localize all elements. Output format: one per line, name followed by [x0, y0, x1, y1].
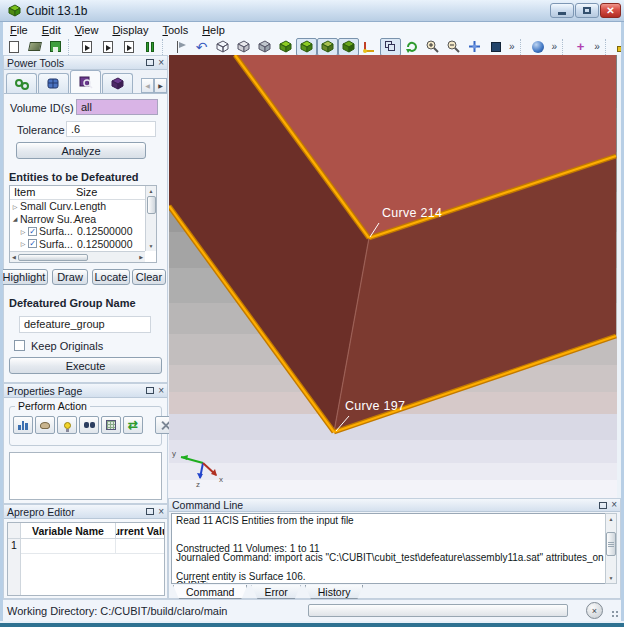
- keep-originals-checkbox[interactable]: [14, 340, 25, 351]
- collapsed-expander-icon[interactable]: ▷: [18, 240, 28, 247]
- view-transparent-icon[interactable]: [254, 38, 275, 56]
- menu-edit[interactable]: Edit: [35, 24, 68, 36]
- locate-button[interactable]: Locate: [92, 269, 130, 285]
- step-journal-icon[interactable]: [118, 38, 139, 56]
- maximize-button[interactable]: [575, 3, 599, 18]
- flag-icon[interactable]: [170, 38, 191, 56]
- scroll-thumb[interactable]: [18, 254, 88, 261]
- table-row[interactable]: ▷ ✓ Surfa... 0.12500000: [10, 238, 156, 251]
- scroll-down-icon[interactable]: ▼: [609, 573, 614, 583]
- column-current-value[interactable]: Current Value: [116, 523, 164, 538]
- resize-grip[interactable]: [611, 610, 619, 618]
- collapsed-expander-icon[interactable]: ▷: [18, 228, 28, 235]
- interrupt-button[interactable]: ×: [586, 602, 603, 619]
- row-number[interactable]: 1: [8, 539, 21, 595]
- scroll-down-icon[interactable]: ▼: [149, 241, 154, 251]
- menu-tools[interactable]: Tools: [155, 24, 195, 36]
- float-panel-icon[interactable]: [146, 508, 154, 515]
- scroll-left-icon[interactable]: ◀: [10, 252, 16, 262]
- draw-button[interactable]: Draw: [52, 269, 88, 285]
- tab-itm-tool[interactable]: [102, 73, 133, 93]
- menu-file[interactable]: File: [3, 24, 35, 36]
- mesh-grid-icon[interactable]: [101, 416, 121, 434]
- refresh-graphics-icon[interactable]: [401, 38, 422, 56]
- scroll-right-icon[interactable]: ▶: [139, 252, 145, 262]
- geometry-overflow-icon[interactable]: »: [549, 41, 561, 52]
- float-panel-icon[interactable]: [146, 59, 154, 66]
- table-row[interactable]: ▷ Small Curv... Length: [10, 200, 156, 213]
- scroll-up-icon[interactable]: ▲: [149, 186, 154, 196]
- menu-display[interactable]: Display: [105, 24, 155, 36]
- tab-history[interactable]: History: [305, 585, 364, 599]
- title-bar[interactable]: Cubit 13.1b ✕: [0, 0, 624, 22]
- view-composite-icon[interactable]: [338, 38, 359, 56]
- highlight-button[interactable]: Highlight: [0, 269, 48, 285]
- hand-icon[interactable]: [35, 416, 55, 434]
- copy-view-icon[interactable]: [380, 38, 401, 56]
- axis-toggle-icon[interactable]: [359, 38, 380, 56]
- tab-mesh-tool[interactable]: [38, 73, 69, 93]
- close-panel-icon[interactable]: ×: [158, 386, 164, 396]
- menu-view[interactable]: View: [68, 24, 106, 36]
- binoculars-icon[interactable]: [79, 416, 99, 434]
- execute-button[interactable]: Execute: [9, 357, 162, 374]
- toolbar-overflow-icon[interactable]: »: [506, 41, 518, 52]
- save-icon[interactable]: [45, 38, 66, 56]
- aprepro-table[interactable]: Variable Name Current Value 1: [7, 522, 165, 596]
- open-file-icon[interactable]: [24, 38, 45, 56]
- column-size[interactable]: Size: [72, 186, 97, 199]
- expanded-expander-icon[interactable]: ◢: [10, 215, 20, 222]
- tab-geometry-tool[interactable]: [6, 73, 37, 93]
- value-cell[interactable]: [116, 539, 164, 554]
- float-panel-icon[interactable]: [146, 387, 154, 394]
- undo-icon[interactable]: ↶: [191, 38, 212, 56]
- tab-scroll-left[interactable]: ◀: [141, 78, 154, 93]
- tab-error[interactable]: Error: [251, 585, 300, 599]
- vertex-overflow-icon[interactable]: »: [591, 41, 603, 52]
- row-checkbox[interactable]: ✓: [28, 239, 37, 248]
- table-vertical-scrollbar[interactable]: ▲ ▼: [145, 186, 156, 251]
- properties-content-area[interactable]: [9, 452, 162, 500]
- minimize-button[interactable]: [550, 3, 574, 18]
- properties-page-header[interactable]: Properties Page ×: [4, 384, 167, 398]
- console-scrollbar[interactable]: ▲ ▼: [605, 513, 617, 584]
- tab-defeature-tool[interactable]: [70, 70, 101, 93]
- tolerance-input[interactable]: .6: [66, 121, 156, 137]
- play-journal-icon[interactable]: [97, 38, 118, 56]
- volume-id-input[interactable]: all: [76, 99, 158, 115]
- geometry-sphere-icon[interactable]: [528, 38, 549, 56]
- view-wireframe-icon[interactable]: [212, 38, 233, 56]
- aprepro-editor-header[interactable]: Aprepro Editor ×: [4, 505, 167, 519]
- new-file-icon[interactable]: [3, 38, 24, 56]
- row-checkbox[interactable]: ✓: [28, 227, 37, 236]
- pause-icon[interactable]: [139, 38, 160, 56]
- float-panel-icon[interactable]: [599, 502, 607, 509]
- entities-table-header[interactable]: Item Size: [10, 186, 156, 200]
- analyze-button[interactable]: Analyze: [16, 142, 146, 159]
- view-meshed-icon[interactable]: [317, 38, 338, 56]
- vertex-create-icon[interactable]: +: [570, 38, 591, 56]
- close-panel-icon[interactable]: ×: [158, 507, 164, 517]
- table-row[interactable]: ▷ ✓ Surfa... 0.12500000: [10, 225, 156, 238]
- scroll-up-icon[interactable]: ▲: [609, 514, 614, 524]
- lightbulb-icon[interactable]: [57, 416, 77, 434]
- graphics-viewport[interactable]: x y z Curve 214 Curve 197: [169, 55, 617, 498]
- variable-cell[interactable]: [21, 539, 116, 554]
- table-row[interactable]: ◢ Narrow Su... Area: [10, 213, 156, 226]
- group-name-input[interactable]: defeature_group: [19, 316, 151, 333]
- menu-help[interactable]: Help: [195, 24, 232, 36]
- view-hiddenline-icon[interactable]: [233, 38, 254, 56]
- scroll-thumb[interactable]: [606, 532, 616, 556]
- close-panel-icon[interactable]: ×: [611, 500, 617, 510]
- console-output[interactable]: Read 11 ACIS Entities from the input fil…: [171, 513, 607, 584]
- tab-command[interactable]: Command: [173, 585, 247, 599]
- entity-properties-icon[interactable]: [13, 416, 33, 434]
- sync-icon[interactable]: ⇄: [123, 416, 143, 434]
- collapsed-expander-icon[interactable]: ▷: [10, 203, 20, 210]
- close-panel-icon[interactable]: ×: [158, 58, 164, 68]
- clear-button[interactable]: Clear: [132, 269, 166, 285]
- journal-editor-icon[interactable]: [76, 38, 97, 56]
- power-tools-header[interactable]: Power Tools ×: [4, 56, 167, 70]
- column-item[interactable]: Item: [10, 186, 72, 199]
- close-button[interactable]: ✕: [600, 3, 621, 18]
